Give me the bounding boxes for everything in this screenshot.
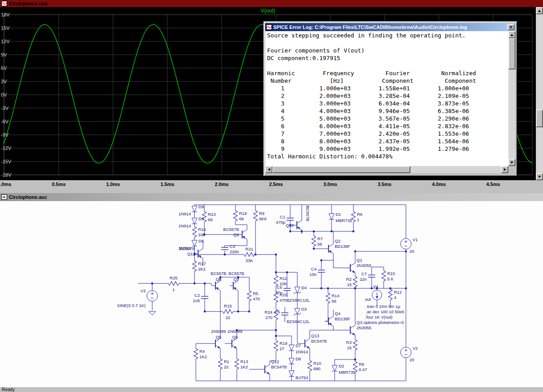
asc-window-titlebar[interactable]: Circlophone.asc — [0, 193, 543, 201]
component-R14[interactable]: R1456 — [326, 293, 340, 303]
component-R9[interactable]: R95K6 — [254, 210, 267, 221]
scroll-down-button[interactable] — [508, 159, 515, 166]
component-R7[interactable]: R756 — [312, 236, 323, 247]
component-Q5[interactable]: 2N5089Q5 — [211, 329, 226, 352]
component-R22[interactable]: R225.6 — [382, 271, 395, 281]
svg-text:BAT54: BAT54 — [296, 375, 308, 380]
svg-text:2N3055: 2N3055 — [357, 263, 371, 268]
component-R2[interactable]: R215 — [346, 276, 357, 287]
scroll-down-button[interactable] — [536, 173, 543, 180]
svg-text:BC557B: BC557B — [228, 271, 244, 276]
arrow-down-icon — [538, 176, 541, 178]
waveform-vertical-scrollbar[interactable] — [536, 7, 543, 180]
svg-text:68: 68 — [239, 216, 244, 221]
component-R23[interactable]: R2368 — [203, 211, 216, 222]
svg-text:R6: R6 — [357, 212, 362, 217]
component-Q1[interactable]: Q12N3055 — [347, 258, 371, 276]
component-R6[interactable]: R61 — [352, 211, 363, 222]
component-R15[interactable]: R1522 — [223, 303, 233, 320]
svg-text:C3: C3 — [230, 244, 235, 249]
dialog-vertical-scrollbar[interactable] — [508, 31, 515, 166]
svg-text:BD138F: BD138F — [335, 316, 350, 321]
component-C7[interactable]: C722n — [360, 271, 375, 282]
svg-text:33K: 33K — [246, 258, 254, 263]
svg-text:out: out — [365, 297, 371, 302]
component-Q11[interactable]: Q11BC557B — [179, 245, 203, 262]
component-Q7[interactable]: BC557BQ7 — [228, 271, 244, 294]
schematic-canvas[interactable]: .tran 0 10m 5m 1µ;ac dec 100 10 50e6.fou… — [0, 201, 543, 387]
svg-text:5K6: 5K6 — [259, 216, 267, 221]
svg-text:R23: R23 — [208, 212, 215, 217]
scrollbar-thumb[interactable] — [508, 38, 515, 69]
component-V2[interactable]: V220 — [401, 346, 418, 362]
component-R1[interactable]: R122 — [219, 359, 230, 369]
svg-text:R18: R18 — [239, 211, 247, 216]
scroll-up-button[interactable] — [536, 7, 543, 14]
spice-error-log-dialog[interactable]: SPICE Error Log: C:\Program Files\LTC\Sw… — [263, 21, 517, 176]
component-R13[interactable]: R131K2 — [235, 359, 248, 369]
component-V1[interactable]: V120 — [401, 237, 418, 254]
svg-text:1K2: 1K2 — [240, 364, 248, 369]
svg-text:20: 20 — [409, 357, 414, 362]
component-R8[interactable]: R80.47 — [353, 361, 367, 372]
component-Q4[interactable]: Q4BD138F — [325, 311, 350, 330]
component-R3[interactable]: R315 — [346, 339, 357, 350]
log-text: Source stepping succeeded in finding the… — [265, 31, 508, 160]
svg-text:Q13: Q13 — [311, 333, 319, 338]
scroll-left-button[interactable] — [265, 166, 272, 173]
svg-text:Q7: Q7 — [234, 277, 239, 282]
svg-text:R19: R19 — [280, 341, 287, 346]
dialog-titlebar[interactable]: SPICE Error Log: C:\Program Files\LTC\Sw… — [265, 23, 515, 31]
svg-text:470: 470 — [280, 298, 287, 303]
component-D1[interactable]: D1MBR735 — [329, 212, 352, 223]
component-V4[interactable]: V4 — [372, 284, 382, 300]
component-D8[interactable]: D8 — [289, 356, 301, 364]
component-R21[interactable]: R2133K — [244, 247, 255, 263]
scrollbar-thumb[interactable] — [536, 109, 543, 127]
component-R12[interactable]: R124 — [389, 289, 402, 300]
component-D3[interactable]: D3BZX84C12L — [287, 307, 310, 324]
svg-text:R21: R21 — [245, 247, 253, 251]
component-Q8[interactable]: BC557BQ8 — [211, 271, 226, 294]
component-out[interactable]: out — [365, 297, 371, 302]
svg-text:C2: C2 — [195, 293, 200, 298]
component-D9[interactable]: D91N914 — [178, 204, 204, 216]
component-C3[interactable]: C3220n — [221, 244, 239, 254]
svg-text:R7: R7 — [317, 236, 323, 241]
component-R5[interactable]: R5470 — [247, 291, 260, 301]
svg-text:9V: 9V — [1, 52, 7, 57]
component-Q12[interactable]: Q12BC547B — [261, 359, 287, 378]
svg-text:R1: R1 — [224, 359, 229, 364]
component-Q10[interactable]: Q10BC557B — [286, 206, 310, 234]
component-R4[interactable]: R41K2 — [194, 348, 207, 359]
component-R10[interactable]: R10680 — [308, 360, 321, 371]
svg-text:R10: R10 — [313, 361, 321, 366]
component-D2[interactable]: D2MBR735 — [332, 364, 355, 375]
svg-text:BC557B: BC557B — [223, 227, 239, 232]
component-D5[interactable]: D51N914 — [178, 216, 204, 228]
scroll-right-button[interactable] — [501, 166, 508, 173]
log-text-area[interactable]: Source stepping succeeded in finding the… — [265, 31, 508, 166]
component-R17[interactable]: R172K2 — [193, 261, 206, 271]
dialog-horizontal-scrollbar[interactable] — [265, 166, 508, 173]
component-R18[interactable]: R1868 — [234, 210, 247, 221]
component-D4[interactable]: D4BZX84C12L — [287, 285, 310, 303]
component-R16[interactable]: R16330 — [193, 226, 206, 237]
close-button[interactable] — [507, 24, 515, 30]
raw-window-titlebar[interactable]: Circlophone.raw — [0, 0, 543, 7]
dialog-title: SPICE Error Log: C:\Program Files\LTC\Sw… — [273, 24, 467, 30]
component-gnd[interactable] — [149, 311, 156, 315]
waveform-window-icon — [1, 1, 7, 6]
component-Q2[interactable]: Q2BD138F — [325, 238, 350, 257]
component-V3[interactable]: V3SINE(0 0.7 1K) — [117, 288, 158, 308]
component-C2[interactable]: C21n5 — [193, 293, 208, 303]
component-R19[interactable]: R1927 — [274, 340, 288, 351]
svg-text:D6: D6 — [199, 238, 204, 243]
scroll-up-button[interactable] — [508, 31, 515, 38]
component-BAT54[interactable]: BAT54 — [289, 371, 308, 380]
component-Q6[interactable]: 2N5089Q6 — [227, 329, 242, 352]
scrollbar-thumb[interactable] — [272, 166, 410, 173]
component-C4[interactable]: C410n — [309, 267, 325, 277]
component-R25[interactable]: R251 — [168, 275, 179, 292]
svg-text:2N5089: 2N5089 — [211, 329, 226, 334]
